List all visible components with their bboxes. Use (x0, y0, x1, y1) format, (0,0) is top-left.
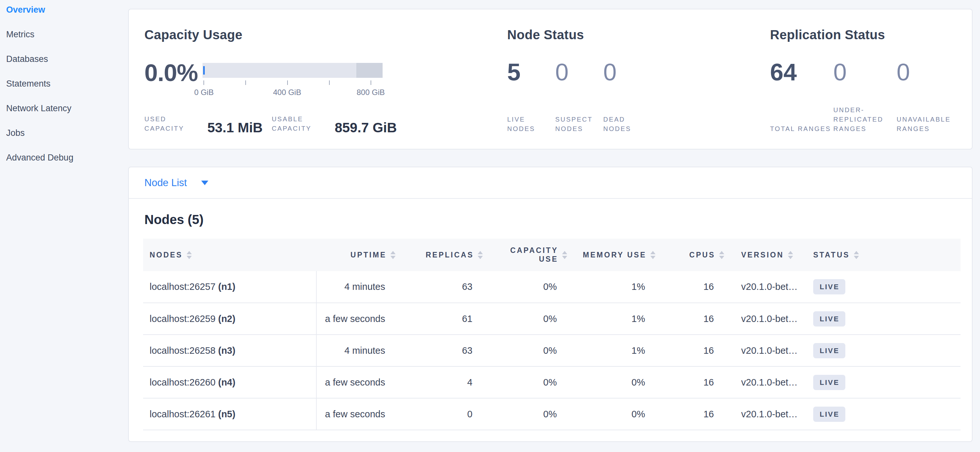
axis-label: 0 GiB (194, 88, 213, 97)
unavailable-ranges-value: 0 (897, 60, 960, 84)
sort-icon (390, 251, 396, 259)
capacity-gauge-bar (202, 63, 383, 78)
usable-capacity-value: 859.7 GiB (334, 121, 396, 134)
status-badge: LIVE (813, 279, 845, 294)
version-cell: v20.1.0-bet… (732, 271, 813, 303)
sidebar-item-jobs[interactable]: Jobs (6, 128, 127, 138)
status-badge: LIVE (813, 311, 845, 327)
replication-status-title: Replication Status (770, 27, 960, 42)
capacity-use-cell: 0% (491, 271, 575, 303)
table-row: localhost:26258 (n3) 4 minutes 63 0% 1% … (143, 335, 961, 366)
column-header-nodes[interactable]: NODES (143, 239, 317, 271)
replication-status-section: Replication Status 64 TOTAL RANGES 0 UND… (770, 27, 960, 149)
node-id: (n1) (218, 281, 235, 292)
tick-mark (245, 81, 246, 85)
replicas-cell: 63 (403, 335, 491, 366)
suspect-nodes-value: 0 (555, 60, 603, 84)
under-replicated-ranges-stat: 0 UNDER-REPLICATED RANGES (833, 60, 897, 133)
status-badge: LIVE (813, 343, 845, 358)
replicas-cell: 0 (403, 398, 491, 430)
column-header-version[interactable]: VERSION (732, 239, 813, 271)
node-list-dropdown[interactable]: Node List (129, 167, 972, 199)
uptime-cell: a few seconds (317, 366, 403, 398)
column-header-label: VERSION (741, 251, 784, 259)
nodes-table: NODES UPTIME REPLICAS CAPACITY USE MEMOR… (143, 239, 961, 430)
node-id: (n2) (218, 314, 235, 324)
capacity-stats: USED CAPACITY 53.1 MiB USABLE CAPACITY 8… (145, 114, 507, 133)
node-list-dropdown-label: Node List (145, 177, 187, 189)
memory-use-cell: 1% (575, 335, 663, 366)
cpus-cell: 16 (663, 271, 732, 303)
table-row: localhost:26261 (n5) a few seconds 0 0% … (143, 398, 961, 430)
node-status-title: Node Status (507, 27, 770, 42)
capacity-use-cell: 0% (491, 335, 575, 366)
version-cell: v20.1.0-bet… (732, 335, 813, 366)
cpus-cell: 16 (663, 335, 732, 366)
column-header-cpus[interactable]: CPUS (663, 239, 732, 271)
cpus-cell: 16 (663, 366, 732, 398)
sort-icon (719, 251, 724, 259)
sidebar-item-advanced-debug[interactable]: Advanced Debug (6, 152, 127, 163)
tick-mark (371, 81, 371, 85)
column-header-status[interactable]: STATUS (813, 239, 961, 271)
node-address-link[interactable]: localhost:26261 (150, 409, 215, 419)
cluster-overview-page: Overview Metrics Databases Statements Ne… (0, 0, 980, 452)
node-address-link[interactable]: localhost:26260 (150, 377, 215, 387)
sidebar-item-metrics[interactable]: Metrics (6, 29, 127, 40)
column-header-label: NODES (150, 251, 183, 259)
nodes-heading: Nodes (5) (145, 213, 972, 227)
unavailable-ranges-label: UNAVAILABLE RANGES (897, 115, 958, 133)
replicas-cell: 63 (403, 271, 491, 303)
axis-label: 800 GiB (356, 88, 385, 97)
column-header-memory-use[interactable]: MEMORY USE (575, 239, 663, 271)
capacity-gauge-ticks (202, 81, 383, 85)
node-id: (n3) (218, 345, 235, 356)
cpus-cell: 16 (663, 398, 732, 430)
tick-mark (287, 81, 288, 85)
sidebar-item-overview[interactable]: Overview (6, 5, 127, 15)
tick-mark (329, 81, 330, 85)
live-nodes-label: LIVE NODES (507, 115, 548, 133)
sort-icon (854, 251, 859, 259)
column-header-label: CAPACITY USE (509, 246, 558, 263)
memory-use-cell: 0% (575, 366, 663, 398)
column-header-uptime[interactable]: UPTIME (317, 239, 403, 271)
uptime-cell: a few seconds (317, 303, 403, 335)
column-header-capacity-use[interactable]: CAPACITY USE (491, 239, 575, 271)
node-address-link[interactable]: localhost:26257 (150, 281, 215, 292)
node-address-link[interactable]: localhost:26259 (150, 314, 215, 324)
uptime-cell: 4 minutes (317, 335, 403, 366)
sort-icon (186, 251, 192, 259)
node-address-link[interactable]: localhost:26258 (150, 345, 215, 356)
column-header-label: UPTIME (350, 251, 387, 259)
capacity-use-cell: 0% (491, 398, 575, 430)
usable-capacity-label: USABLE CAPACITY (272, 114, 321, 133)
under-replicated-ranges-label: UNDER-REPLICATED RANGES (833, 105, 894, 133)
version-cell: v20.1.0-bet… (732, 398, 813, 430)
capacity-usage-title: Capacity Usage (145, 27, 507, 42)
replication-status-values: 64 TOTAL RANGES 0 UNDER-REPLICATED RANGE… (770, 60, 960, 133)
column-header-replicas[interactable]: REPLICAS (403, 239, 491, 271)
used-capacity-value: 53.1 MiB (207, 121, 262, 134)
version-cell: v20.1.0-bet… (732, 303, 813, 335)
table-row: localhost:26259 (n2) a few seconds 61 0%… (143, 303, 961, 335)
dead-nodes-value: 0 (603, 60, 651, 84)
suspect-nodes-label: SUSPECT NODES (555, 115, 596, 133)
cluster-summary-card: Capacity Usage 0.0% (128, 9, 972, 149)
column-header-label: MEMORY USE (583, 251, 646, 259)
capacity-gauge-dark-segment (356, 63, 383, 78)
sidebar-item-network-latency[interactable]: Network Latency (6, 103, 127, 114)
sidebar-item-databases[interactable]: Databases (6, 54, 127, 64)
node-list-card: Node List Nodes (5) NODES UPTIME REPLI (128, 167, 972, 442)
chevron-down-icon (201, 181, 208, 185)
column-header-label: CPUS (689, 251, 715, 259)
sort-icon (650, 251, 655, 259)
sidebar-item-statements[interactable]: Statements (6, 78, 127, 89)
version-cell: v20.1.0-bet… (732, 366, 813, 398)
dead-nodes-label: DEAD NODES (603, 115, 644, 133)
capacity-usage-section: Capacity Usage 0.0% (145, 27, 507, 149)
used-capacity-label: USED CAPACITY (145, 114, 194, 133)
dead-nodes-stat: 0 DEAD NODES (603, 60, 651, 133)
capacity-gauge-axis-labels: 0 GiB 400 GiB 800 GiB (202, 88, 383, 98)
sort-icon (788, 251, 793, 259)
